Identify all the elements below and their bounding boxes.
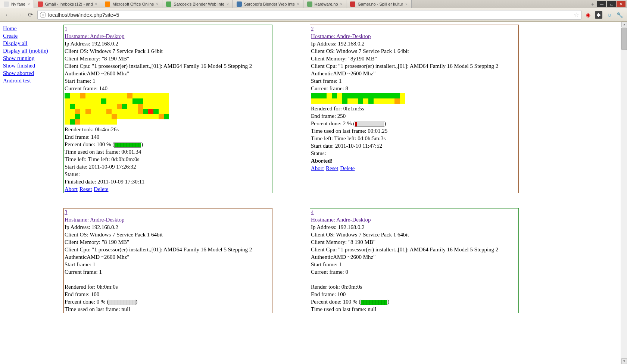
job-end-frame: End frame: 250 <box>311 112 518 120</box>
tab-close-icon[interactable]: × <box>95 2 97 6</box>
heatmap-cell <box>106 98 112 104</box>
browser-tab[interactable]: Microsoft Office Online× <box>101 0 162 8</box>
heatmap-cell <box>379 93 384 98</box>
heatmap-cell <box>384 98 389 104</box>
heatmap-cell <box>112 109 117 114</box>
back-button[interactable]: ← <box>4 11 12 19</box>
job-action-link[interactable]: Delete <box>94 186 108 192</box>
heatmap-cell <box>153 93 159 98</box>
scrollbar-thumb[interactable] <box>621 28 627 50</box>
job-cpu: Client Cpu: "1 prosessor(er) installert.… <box>311 62 518 70</box>
job-hostname-link[interactable]: Hostname: Andre-Desktop <box>311 217 371 223</box>
tab-close-icon[interactable]: × <box>340 2 343 6</box>
job-box: 4Hostname: Andre-DesktopIp Address: 192.… <box>310 208 519 313</box>
heatmap-cell <box>138 109 143 114</box>
heatmap-cell <box>153 98 159 104</box>
heatmap-cell <box>127 109 132 114</box>
heatmap-cell <box>148 93 153 98</box>
heatmap-cell <box>117 98 122 104</box>
job-hostname-link[interactable]: Hostname: Andre-Desktop <box>65 217 124 223</box>
browser-tab[interactable]: Ny fane× <box>0 0 34 8</box>
browser-tab[interactable]: Gmail - Innboks (12) - and× <box>34 0 102 8</box>
extension-icon-2[interactable]: ✱ <box>595 11 602 19</box>
forward-button[interactable]: → <box>15 11 23 19</box>
toolbar: ← → ⟳ ○ localhost/bwi/index.php?site=5 ☆… <box>0 8 627 22</box>
heatmap-cell <box>127 114 132 119</box>
heatmap-cell <box>138 114 143 119</box>
tab-close-icon[interactable]: × <box>28 2 30 6</box>
job-action-link[interactable]: Abort <box>311 165 324 171</box>
heatmap-cell <box>358 93 363 98</box>
new-tab-button[interactable]: + <box>588 1 597 7</box>
browser-tab[interactable]: Sarcoex's Blender Web Inte× <box>162 0 233 8</box>
bookmark-icon[interactable]: ☆ <box>574 11 579 18</box>
heatmap-cell <box>327 93 332 98</box>
heatmap-cell <box>96 119 101 125</box>
scrollbar-up-arrow[interactable]: ▲ <box>621 22 627 27</box>
scrollbar[interactable]: ▲ ▼ <box>621 22 627 364</box>
url-bar[interactable]: ○ localhost/bwi/index.php?site=5 ☆ <box>37 10 581 20</box>
scrollbar-down-arrow[interactable]: ▼ <box>621 358 627 364</box>
job-id-link[interactable]: 4 <box>311 209 314 215</box>
job-time-left: Time left: Time left: 0d:0h:5m:3s <box>311 135 518 142</box>
job-id-link[interactable]: 2 <box>311 26 314 32</box>
browser-tab[interactable]: Sarcoex's Blender Web Inte× <box>233 0 303 8</box>
sidebar-link[interactable]: Show aborted <box>3 69 60 77</box>
browser-tab[interactable]: Hardware.no× <box>303 0 347 8</box>
job-hostname-link[interactable]: Hostname: Andre-Desktop <box>311 33 371 39</box>
job-action-link[interactable]: Reset <box>79 186 92 192</box>
job-action-link[interactable]: Reset <box>326 165 338 171</box>
heatmap-cell <box>127 93 132 98</box>
heatmap-cell <box>65 104 70 109</box>
extension-icon-3[interactable]: ♫ <box>605 11 613 19</box>
job-action-link[interactable]: Delete <box>340 165 355 171</box>
sidebar-link[interactable]: Android test <box>3 77 60 84</box>
sidebar-link[interactable]: Show finished <box>3 62 60 69</box>
heatmap-cell <box>347 98 353 104</box>
heatmap-cell <box>410 98 415 104</box>
job-memory: Client Memory: "8ÿ190 MB" <box>311 55 518 62</box>
job-actions: AbortResetDelete <box>65 185 271 193</box>
maximize-button[interactable]: ▭ <box>607 1 616 7</box>
sidebar-link[interactable]: Home <box>3 25 60 32</box>
heatmap-cell <box>112 104 117 109</box>
job-memory: Client Memory: "8 190 MB" <box>65 55 271 62</box>
heatmap-cell <box>148 104 153 109</box>
sidebar-link[interactable]: Create <box>3 32 60 40</box>
heatmap-cell <box>127 98 132 104</box>
tab-close-icon[interactable]: × <box>227 2 229 6</box>
job-ip: Ip Address: 192.168.0.2 <box>65 40 271 47</box>
heatmap-cell <box>117 109 122 114</box>
reload-button[interactable]: ⟳ <box>26 11 34 19</box>
heatmap-cell <box>65 93 70 98</box>
job-action-link[interactable]: Abort <box>65 186 78 192</box>
heatmap-cell <box>75 93 80 98</box>
heatmap-cell <box>70 119 75 125</box>
heatmap-cell <box>101 98 106 104</box>
job-id-link[interactable]: 3 <box>65 209 68 215</box>
heatmap-cell <box>138 98 143 104</box>
browser-tab[interactable]: Gamer.no - Spill er kultur× <box>346 0 412 8</box>
job-time-left: Time left: Time left: 0d:0h:0m:0s <box>65 156 271 163</box>
job-hostname-link[interactable]: Hostname: Andre-Desktop <box>65 33 124 39</box>
heatmap-cell <box>143 104 148 109</box>
close-button[interactable]: ✕ <box>617 1 626 7</box>
minimize-button[interactable]: — <box>597 1 606 7</box>
sidebar-link[interactable]: Display all (mobile) <box>3 47 60 54</box>
tab-close-icon[interactable]: × <box>297 2 299 6</box>
tab-close-icon[interactable]: × <box>405 2 408 6</box>
heatmap-cell <box>148 119 153 125</box>
sidebar-link[interactable]: Show running <box>3 54 60 62</box>
extension-icon-1[interactable]: ◉ <box>584 11 592 19</box>
job-id-link[interactable]: 1 <box>65 26 68 32</box>
tab-title: Sarcoex's Blender Web Inte <box>244 2 295 6</box>
heatmap-cell <box>337 98 342 104</box>
heatmap-cell <box>80 109 85 114</box>
sidebar-link[interactable]: Display all <box>3 40 60 47</box>
wrench-icon[interactable]: 🔧 <box>616 11 623 19</box>
progress-bar <box>109 300 135 305</box>
tab-close-icon[interactable]: × <box>156 2 158 6</box>
job-current-frame: Current frame: 8 <box>311 85 518 92</box>
job-cpu: Client Cpu: "1 prosessor(er) installert.… <box>65 246 271 253</box>
job-memory: Client Memory: "8 190 MB" <box>311 238 518 246</box>
